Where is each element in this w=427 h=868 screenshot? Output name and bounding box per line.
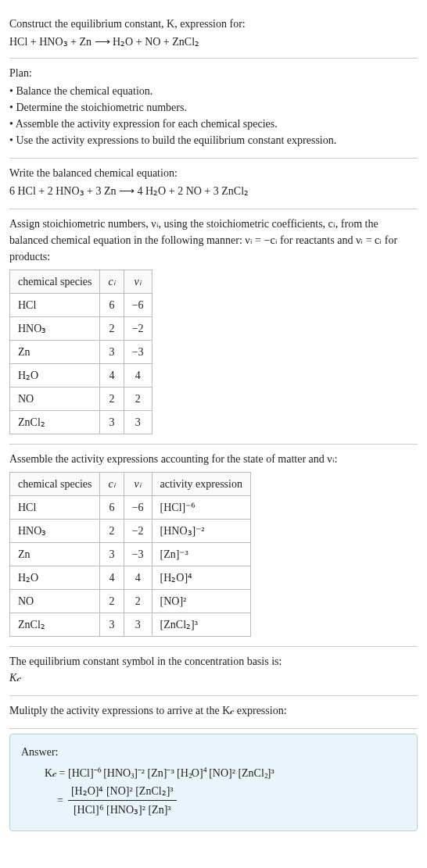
activity-section: Assemble the activity expressions accoun… (9, 445, 418, 647)
balanced-equation: 6 HCl + 2 HNO₃ + 3 Zn ⟶ 4 H₂O + 2 NO + 3… (9, 183, 418, 199)
stoich-table: chemical species cᵢ νᵢ HCl6−6 HNO₃2−2 Zn… (9, 270, 152, 434)
table-row: HCl6−6 (10, 294, 152, 317)
table-header-row: chemical species cᵢ νᵢ (10, 270, 152, 294)
title-line: Construct the equilibrium constant, K, e… (9, 16, 418, 32)
table-row: Zn3−3 (10, 341, 152, 364)
fraction: [H₂O]⁴ [NO]² [ZnCl₂]³ [HCl]⁶ [HNO₃]² [Zn… (68, 783, 177, 818)
table-row: ZnCl₂33 (10, 411, 152, 434)
plan-section: Plan: • Balance the chemical equation. •… (9, 59, 418, 159)
stoich-intro: Assign stoichiometric numbers, νᵢ, using… (9, 216, 418, 265)
intro-section: Construct the equilibrium constant, K, e… (9, 9, 418, 59)
multiply-section: Mulitply the activity expressions to arr… (9, 696, 418, 729)
balanced-title: Write the balanced chemical equation: (9, 165, 418, 181)
table-row: NO22[NO]² (10, 590, 251, 613)
answer-first-line: K𝒸 = [HCl]⁻⁶ [HNO₃]⁻² [Zn]⁻³ [H₂O]⁴ [NO]… (45, 765, 406, 781)
stoich-section: Assign stoichiometric numbers, νᵢ, using… (9, 209, 418, 445)
col-v: νᵢ (124, 473, 152, 496)
table-row: Zn3−3[Zn]⁻³ (10, 543, 251, 566)
answer-section: Answer: K𝒸 = [HCl]⁻⁶ [HNO₃]⁻² [Zn]⁻³ [H₂… (9, 734, 418, 831)
plan-item: • Use the activity expressions to build … (9, 132, 418, 148)
table-row: H₂O44 (10, 364, 152, 388)
table-row: HCl6−6[HCl]⁻⁶ (10, 496, 251, 520)
unbalanced-equation: HCl + HNO₃ + Zn ⟶ H₂O + NO + ZnCl₂ (9, 34, 418, 50)
answer-fraction-line: = [H₂O]⁴ [NO]² [ZnCl₂]³ [HCl]⁶ [HNO₃]² [… (45, 783, 406, 818)
table-row: HNO₃2−2[HNO₃]⁻² (10, 520, 251, 543)
balanced-section: Write the balanced chemical equation: 6 … (9, 159, 418, 209)
table-row: HNO₃2−2 (10, 317, 152, 341)
numerator: [H₂O]⁴ [NO]² [ZnCl₂]³ (68, 783, 177, 801)
plan-item: • Assemble the activity expression for e… (9, 116, 418, 132)
plan-title: Plan: (9, 65, 418, 81)
col-c: cᵢ (100, 473, 124, 496)
answer-box: Answer: K𝒸 = [HCl]⁻⁶ [HNO₃]⁻² [Zn]⁻³ [H₂… (9, 734, 418, 831)
answer-body: K𝒸 = [HCl]⁻⁶ [HNO₃]⁻² [Zn]⁻³ [H₂O]⁴ [NO]… (21, 765, 406, 818)
kc-line1: The equilibrium constant symbol in the c… (9, 653, 418, 670)
col-expr: activity expression (152, 473, 250, 496)
activity-intro: Assemble the activity expressions accoun… (9, 451, 418, 467)
kc-symbol-section: The equilibrium constant symbol in the c… (9, 647, 418, 696)
plan-item: • Balance the chemical equation. (9, 83, 418, 99)
col-v: νᵢ (124, 270, 152, 294)
answer-title: Answer: (21, 744, 406, 760)
table-row: ZnCl₂33[ZnCl₂]³ (10, 613, 251, 637)
col-species: chemical species (10, 473, 100, 496)
multiply-text: Mulitply the activity expressions to arr… (9, 702, 418, 719)
kc-symbol: K𝒸 (9, 670, 418, 686)
col-c: cᵢ (100, 270, 124, 294)
equals: = (57, 792, 63, 809)
table-row: NO22 (10, 388, 152, 411)
table-header-row: chemical species cᵢ νᵢ activity expressi… (10, 473, 251, 496)
activity-table: chemical species cᵢ νᵢ activity expressi… (9, 472, 251, 637)
col-species: chemical species (10, 270, 100, 294)
denominator: [HCl]⁶ [HNO₃]² [Zn]³ (68, 801, 177, 818)
plan-item: • Determine the stoichiometric numbers. (9, 99, 418, 116)
title-prefix: Construct the equilibrium constant, K, e… (9, 18, 246, 30)
table-row: H₂O44[H₂O]⁴ (10, 566, 251, 590)
